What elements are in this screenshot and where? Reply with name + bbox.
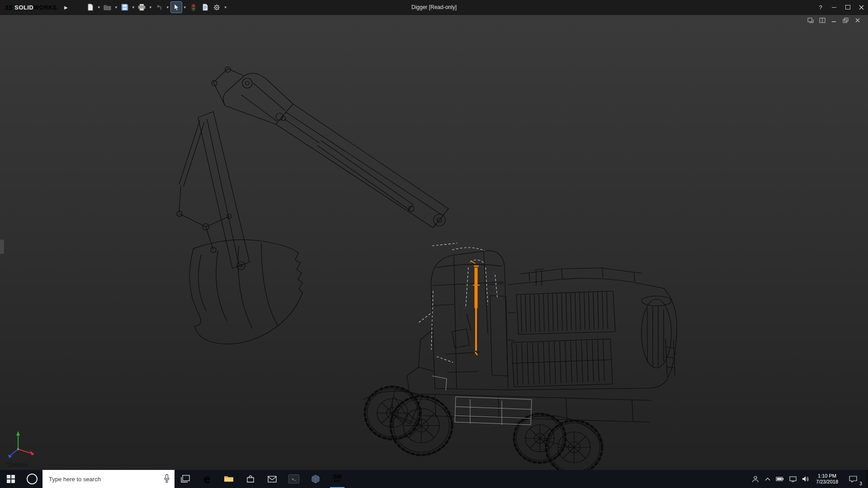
taskbar-app-command-prompt[interactable]: >_: [283, 470, 305, 488]
chevron-up-icon: [765, 477, 770, 481]
select-caret-icon[interactable]: ▾: [183, 5, 187, 9]
selected-component[interactable]: [471, 261, 480, 355]
brand-works: WORKS: [33, 4, 57, 11]
network-indicator[interactable]: [787, 470, 799, 488]
save-caret-icon[interactable]: ▾: [131, 5, 136, 9]
people-button[interactable]: [749, 470, 762, 488]
ds-logo-icon: 3S: [5, 4, 13, 11]
command-prompt-icon: >_: [288, 474, 299, 483]
file-explorer-icon: [224, 475, 234, 483]
printer-icon: [138, 4, 146, 11]
undo-icon: [156, 4, 163, 11]
taskbar-app-store[interactable]: [240, 470, 261, 488]
battery-indicator[interactable]: [773, 470, 787, 488]
microphone-icon[interactable]: [164, 474, 170, 483]
titlebar: 3S SOLIDWORKS ▶ ▾ ▾ ▾ ▾ ▾ ▾: [0, 0, 868, 15]
mail-envelope-icon: [268, 476, 277, 483]
windows-taskbar: e >_ SW 2017 1:10 PM: [0, 470, 868, 488]
new-document-button[interactable]: [85, 2, 96, 13]
people-icon: [751, 475, 760, 483]
toolbar-expand-icon[interactable]: ▶: [60, 5, 72, 10]
tray-overflow-button[interactable]: [762, 470, 773, 488]
clock-time: 1:10 PM: [816, 473, 838, 479]
cortana-icon: [27, 474, 38, 484]
undo-button[interactable]: [154, 2, 165, 13]
sw-year: 2017: [334, 479, 340, 483]
select-cursor-icon: [173, 4, 179, 11]
select-button[interactable]: [171, 2, 182, 13]
taskbar-clock[interactable]: 1:10 PM 7/23/2018: [812, 473, 842, 485]
quick-toolbar: ▾ ▾ ▾ ▾ ▾ ▾ ▾: [85, 2, 228, 13]
save-icon: [121, 4, 128, 11]
taskbar-app-solidworks[interactable]: SW 2017: [326, 470, 348, 488]
maximize-button[interactable]: [841, 0, 854, 14]
sw-label: SW: [333, 474, 341, 479]
taskbar-app-file-explorer[interactable]: [218, 470, 240, 488]
action-center-icon: [849, 476, 857, 483]
action-center-button[interactable]: 3: [842, 470, 864, 488]
minimize-icon: [832, 7, 836, 8]
print-button[interactable]: [137, 2, 147, 13]
graphics-viewport[interactable]: *Dimetric: [0, 14, 868, 470]
open-caret-icon[interactable]: ▾: [114, 5, 118, 9]
solidworks-logo: 3S SOLIDWORKS: [0, 4, 60, 11]
system-tray: 1:10 PM 7/23/2018 3: [749, 470, 868, 488]
speaker-icon: [802, 476, 810, 482]
close-icon: [859, 5, 864, 10]
undo-caret-icon[interactable]: ▾: [165, 5, 170, 9]
solidworks-app-icon: SW 2017: [333, 474, 341, 483]
options-caret-icon[interactable]: ▾: [223, 5, 228, 9]
network-icon: [789, 476, 797, 482]
gear-icon: [213, 4, 221, 11]
brand-solid: SOLID: [14, 4, 33, 11]
file-properties-button[interactable]: [200, 2, 211, 13]
help-button[interactable]: ?: [814, 0, 827, 14]
store-bag-icon: [246, 475, 255, 483]
window-controls: ?: [814, 0, 868, 14]
taskbar-app-3d-viewer[interactable]: [305, 470, 326, 488]
new-document-icon: [87, 4, 94, 11]
new-caret-icon[interactable]: ▾: [97, 5, 101, 9]
open-folder-icon: [104, 4, 111, 11]
maximize-icon: [845, 5, 850, 9]
brand-text: SOLIDWORKS: [14, 4, 57, 11]
print-caret-icon[interactable]: ▾: [148, 5, 153, 9]
rebuild-traffic-light-icon: [191, 4, 196, 11]
cortana-button[interactable]: [22, 470, 42, 488]
open-document-button[interactable]: [102, 2, 113, 13]
wireframe-model-canvas[interactable]: [0, 14, 868, 470]
task-view-button[interactable]: [175, 470, 196, 488]
taskbar-search[interactable]: [42, 470, 175, 488]
options-button[interactable]: [212, 2, 222, 13]
clock-date: 7/23/2018: [816, 479, 838, 485]
reference-triad: [8, 431, 34, 458]
file-properties-icon: [202, 4, 208, 11]
windows-logo-icon: [7, 475, 15, 483]
cube-icon: [311, 474, 320, 483]
edge-icon: e: [204, 474, 210, 484]
close-button[interactable]: [854, 0, 868, 14]
highlighted-edges: [419, 243, 497, 362]
save-button[interactable]: [119, 2, 130, 13]
rebuild-button[interactable]: [188, 2, 199, 13]
minimize-button[interactable]: [827, 0, 841, 14]
taskbar-app-edge[interactable]: e: [196, 470, 218, 488]
search-input[interactable]: [42, 470, 157, 488]
task-view-icon: [181, 475, 190, 483]
battery-icon: [776, 477, 784, 481]
view-orientation-label: *Dimetric: [6, 462, 28, 468]
volume-indicator[interactable]: [799, 470, 812, 488]
notification-badge: 3: [857, 480, 864, 487]
start-button[interactable]: [0, 470, 22, 488]
excavator-wireframe[interactable]: [177, 67, 677, 470]
taskbar-app-mail[interactable]: [261, 470, 283, 488]
